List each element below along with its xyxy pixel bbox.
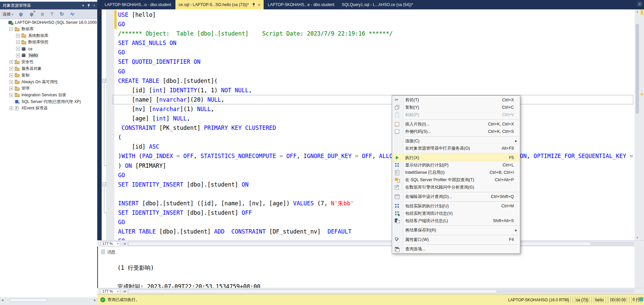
- tree-item[interactable]: +ce: [0, 46, 97, 52]
- menu-item[interactable]: 查询选项...: [392, 245, 520, 253]
- code-line[interactable]: SET IDENTITY_INSERT [dbo].[student] OFF: [118, 208, 635, 217]
- expand-icon[interactable]: +: [16, 47, 20, 51]
- scroll-down-icon[interactable]: ▼: [635, 236, 640, 240]
- editor-vertical-scrollbar[interactable]: ▲ ▼: [635, 9, 640, 240]
- connect-dropdown[interactable]: 连接 ▾: [3, 11, 13, 17]
- code-line[interactable]: [118, 189, 635, 199]
- code-line[interactable]: ) ON [PRIMARY]: [118, 161, 635, 170]
- connect-server-icon[interactable]: ψ: [18, 11, 24, 17]
- tree-item[interactable]: +Always On 高可用性: [0, 79, 97, 85]
- tree-item[interactable]: +数据库快照: [0, 39, 97, 46]
- expand-icon[interactable]: +: [9, 93, 13, 97]
- expand-icon[interactable]: +: [9, 87, 13, 90]
- menu-item[interactable]: 包括实时查询统计信息(V): [392, 210, 520, 217]
- code-line[interactable]: GO: [118, 170, 635, 180]
- tree-item[interactable]: −数据库: [0, 26, 97, 33]
- code-content[interactable]: USE [hello]GO/****** Object: Table [dbo]…: [118, 10, 635, 240]
- tree-item[interactable]: LAPTOP-5KOHAHSO (SQL Server 16.0.1000.6 …: [0, 19, 97, 26]
- tree-item[interactable]: +管理: [0, 85, 97, 92]
- code-line[interactable]: ALTER TABLE [dbo].[student] ADD CONSTRAI…: [118, 227, 635, 236]
- code-line[interactable]: [nv] [nvarchar](1) NULL,: [118, 104, 635, 114]
- scroll-left-icon[interactable]: ◀: [122, 242, 127, 245]
- scrollbar-thumb[interactable]: [10, 298, 47, 302]
- code-line[interactable]: CONSTRAINT [PK_student] PRIMARY KEY CLUS…: [118, 123, 635, 133]
- menu-item[interactable]: 包括客户端统计信息(L)Shift+Alt+S: [392, 217, 520, 224]
- messages-tab[interactable]: 消息: [98, 248, 115, 256]
- tree-item[interactable]: +服务器对象: [0, 65, 97, 72]
- code-line[interactable]: GO: [118, 19, 635, 29]
- scroll-up-icon[interactable]: ▲: [635, 9, 640, 14]
- editor-horizontal-scrollbar[interactable]: [127, 242, 634, 246]
- expand-icon[interactable]: +: [16, 34, 20, 38]
- filter-icon[interactable]: [50, 12, 54, 16]
- code-line[interactable]: GO: [118, 48, 635, 57]
- window-position-icon[interactable]: ▾: [82, 2, 84, 9]
- messages-zoom-select[interactable]: 177 %▾: [101, 289, 120, 294]
- scroll-right-icon[interactable]: ▶: [93, 299, 97, 302]
- expand-icon[interactable]: +: [9, 60, 13, 64]
- document-overflow-icon[interactable]: +: [637, 2, 642, 6]
- expand-icon[interactable]: +: [9, 73, 13, 77]
- scrollbar-thumb[interactable]: [636, 24, 639, 113]
- menu-item[interactable]: 连接(C)▶: [392, 137, 520, 145]
- menu-item[interactable]: IntelliSense 已启用(I)Ctrl+B, Ctrl+I: [392, 169, 520, 176]
- menu-item[interactable]: 外侧代码(S)...Ctrl+K, Ctrl+S: [392, 128, 520, 135]
- scrollbar-thumb[interactable]: [128, 242, 591, 246]
- code-line[interactable]: [id] ASC: [118, 142, 635, 151]
- tree-item[interactable]: +XEvent 探查器: [0, 105, 97, 112]
- editor-tab[interactable]: ce.sql - LAPTOP-5...SO.hello (sa (73))*×: [175, 0, 264, 9]
- code-line[interactable]: GO: [118, 67, 635, 76]
- editor-tab[interactable]: LAPTOP-5KOHAHS...e - dbo.student: [264, 0, 338, 9]
- expand-icon[interactable]: +: [16, 54, 20, 57]
- tree-item[interactable]: +Integration Services 目录: [0, 92, 97, 99]
- scroll-left-icon[interactable]: ◀: [0, 299, 5, 302]
- code-line[interactable]: [age] [int] NULL,: [118, 114, 635, 123]
- tree-item[interactable]: +系统数据库: [0, 32, 97, 39]
- menu-item[interactable]: 剪切(T)Ctrl+X: [392, 96, 520, 104]
- menu-item[interactable]: 复制(Y)Ctrl+C: [392, 104, 520, 111]
- code-line[interactable]: SET IDENTITY_INSERT [dbo].[student] ON: [118, 180, 635, 189]
- activity-monitor-icon[interactable]: [69, 11, 75, 17]
- code-line[interactable]: USE [hello]: [118, 10, 635, 19]
- refresh-icon[interactable]: ↻: [59, 11, 65, 17]
- menu-item[interactable]: 在对象资源管理器中打开服务器(O)Alt+F8: [392, 145, 520, 152]
- menu-item[interactable]: 显示估计的执行计划(P)Ctrl+L: [392, 161, 520, 169]
- code-line[interactable]: [id] [int] IDENTITY(1, 1) NOT NULL,: [118, 86, 635, 95]
- code-line[interactable]: SET QUOTED_IDENTIFIER ON: [118, 57, 635, 66]
- editor-tab[interactable]: LAPTOP-5KOHAHS...o - dbo.student: [101, 0, 175, 9]
- stop-icon[interactable]: [39, 11, 45, 17]
- tree-item[interactable]: +安全性: [0, 59, 97, 65]
- messages-horizontal-scrollbar[interactable]: [127, 289, 634, 294]
- menu-item[interactable]: 在 SQL Server Profiler 中跟踪查询(T)Ctrl+Alt+P: [392, 176, 520, 184]
- code-line[interactable]: SET ANSI_NULLS ON: [118, 38, 635, 48]
- scrollbar-track[interactable]: [5, 298, 92, 302]
- tree-item[interactable]: +复制: [0, 72, 97, 79]
- messages-scrollbar[interactable]: [635, 247, 644, 288]
- disconnect-server-icon[interactable]: ψ: [29, 11, 35, 17]
- expand-icon[interactable]: +: [16, 40, 20, 44]
- collapse-icon[interactable]: −: [102, 183, 106, 186]
- code-line[interactable]: GO: [118, 217, 635, 227]
- expand-icon[interactable]: +: [9, 67, 13, 70]
- code-line[interactable]: INSERT [dbo].[student] ([id], [name], [n…: [118, 199, 635, 208]
- scrollbar-thumb[interactable]: [128, 290, 497, 293]
- tree-item[interactable]: +hello: [0, 52, 97, 59]
- scroll-left-icon[interactable]: ◀: [122, 290, 127, 293]
- menu-item[interactable]: 在数据库引擎优化顾问中分析查询(G): [392, 184, 520, 191]
- object-explorer-titlebar[interactable]: 对象资源管理器 ▾ ×: [0, 2, 97, 9]
- code-line[interactable]: /****** Object: Table [dbo].[student] Sc…: [118, 29, 635, 38]
- expand-icon[interactable]: +: [9, 80, 13, 84]
- editor-zoom-select[interactable]: 177 %▾: [101, 241, 120, 246]
- pin-icon[interactable]: [87, 4, 90, 8]
- code-line[interactable]: [name] [nvarchar](20) NULL,: [118, 95, 635, 104]
- editor-tab[interactable]: SQLQuery1.sql - L...AHSO.ce (sa (54))*: [338, 0, 417, 9]
- indicator-margin[interactable]: [106, 9, 114, 240]
- menu-item[interactable]: 属性窗口(W)F4: [392, 236, 520, 243]
- menu-item[interactable]: 将结果保存到(R)▶: [392, 226, 520, 234]
- menu-item[interactable]: 插入片段(I)...Ctrl+K, Ctrl+X: [392, 120, 520, 128]
- code-line[interactable]: GO: [118, 236, 635, 240]
- menu-item[interactable]: 在编辑器中设计查询(D)...Ctrl+Shift+Q: [392, 193, 520, 200]
- close-icon[interactable]: ×: [93, 2, 95, 9]
- menu-item[interactable]: 执行(X)F5: [392, 154, 520, 161]
- collapse-icon[interactable]: −: [102, 79, 106, 83]
